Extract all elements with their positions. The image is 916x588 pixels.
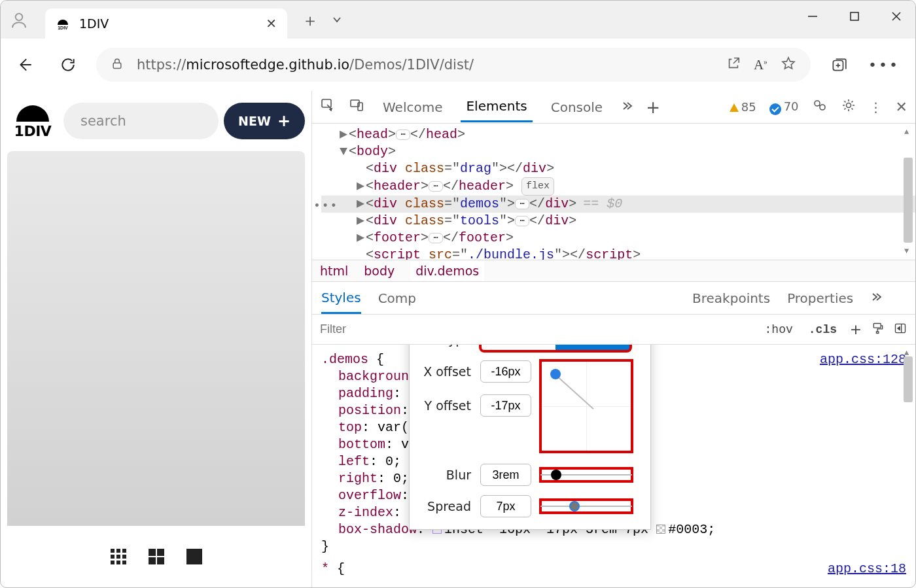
devtools-close-icon[interactable]: ✕ — [896, 99, 907, 115]
outset-option[interactable]: Outset — [481, 345, 555, 351]
subtab-breakpoints[interactable]: Breakpoints — [692, 290, 770, 306]
new-button[interactable]: NEW + — [224, 103, 305, 139]
profile-button[interactable] — [5, 6, 33, 35]
cls-toggle[interactable]: .cls — [802, 320, 843, 339]
hov-toggle[interactable]: :hov — [758, 320, 800, 339]
sidepanel-icon[interactable] — [890, 322, 910, 337]
window-close-icon[interactable] — [889, 10, 904, 26]
svg-point-27 — [846, 103, 851, 108]
svg-text:1DIV: 1DIV — [58, 26, 68, 30]
back-button[interactable] — [10, 50, 40, 80]
svg-rect-12 — [116, 555, 120, 559]
svg-rect-21 — [186, 549, 202, 564]
lock-icon — [111, 57, 124, 73]
svg-rect-28 — [873, 323, 881, 328]
svg-rect-6 — [113, 63, 121, 68]
spread-slider[interactable] — [540, 500, 632, 513]
svg-rect-3 — [851, 12, 858, 20]
favorite-icon[interactable] — [781, 56, 796, 75]
x-offset-input[interactable] — [480, 360, 531, 383]
favicon: 1DIV — [56, 16, 70, 31]
device-toggle-icon[interactable] — [349, 97, 364, 116]
blur-slider[interactable] — [540, 468, 632, 481]
svg-rect-20 — [157, 557, 164, 564]
svg-rect-16 — [122, 561, 126, 564]
dom-tree[interactable]: ▶<head>⋯</head> ▼<body> <div class="drag… — [312, 124, 915, 260]
grid-large-icon[interactable] — [147, 547, 166, 566]
devtools-tabs: Welcome Elements Console + 85 70 ⋮ ✕ — [312, 91, 915, 124]
svg-rect-15 — [116, 561, 120, 564]
svg-rect-19 — [149, 557, 156, 564]
svg-rect-11 — [111, 555, 114, 559]
inset-option[interactable]: Inset — [555, 345, 630, 351]
svg-rect-8 — [111, 549, 114, 553]
svg-rect-10 — [122, 549, 126, 553]
styles-filter-input[interactable] — [317, 320, 511, 339]
browser-toolbar: https://microsoftedge.github.io/Demos/1D… — [1, 39, 915, 91]
tabstrip: 1DIV 1DIV ✕ ＋ — [1, 1, 915, 39]
devtools-panel: Welcome Elements Console + 85 70 ⋮ ✕ — [311, 91, 915, 587]
svg-rect-9 — [116, 549, 120, 553]
tab-console[interactable]: Console — [546, 93, 608, 122]
svg-point-26 — [820, 105, 825, 110]
svg-rect-14 — [111, 561, 114, 564]
address-bar[interactable]: https://microsoftedge.github.io/Demos/1D… — [96, 48, 811, 82]
demo-canvas[interactable] — [7, 151, 305, 526]
browser-tab[interactable]: 1DIV 1DIV ✕ — [45, 9, 287, 39]
more-icon[interactable]: ••• — [868, 57, 900, 73]
info-count[interactable]: 70 — [769, 99, 799, 115]
source-link-2[interactable]: app.css:18 — [828, 561, 906, 578]
add-tab-icon[interactable]: + — [646, 97, 660, 117]
svg-point-25 — [815, 101, 820, 106]
settings-icon[interactable] — [841, 97, 856, 116]
warning-count[interactable]: 85 — [730, 100, 756, 114]
box-shadow-editor: Type Outset Inset X offset — [409, 345, 651, 530]
subtab-styles[interactable]: Styles — [321, 290, 361, 314]
spread-input[interactable] — [480, 495, 531, 517]
tab-overflow-icon[interactable] — [332, 14, 342, 27]
more-subtabs-icon[interactable] — [870, 290, 882, 306]
view-switcher — [7, 534, 305, 579]
url-text: https://microsoftedge.github.io/Demos/1D… — [137, 57, 713, 73]
svg-rect-29 — [877, 332, 879, 334]
search-input[interactable]: search — [63, 103, 219, 139]
subtab-computed[interactable]: Comp — [378, 290, 416, 306]
tab-elements[interactable]: Elements — [461, 92, 532, 122]
open-external-icon[interactable] — [726, 56, 741, 74]
window-maximize-icon[interactable] — [847, 10, 862, 26]
app-logo: 1DIV — [7, 99, 58, 143]
svg-rect-17 — [149, 549, 156, 556]
single-view-icon[interactable] — [185, 547, 203, 566]
svg-rect-18 — [157, 549, 164, 556]
page-content: 1DIV search NEW + — [1, 91, 311, 587]
source-link[interactable]: app.css:128 — [820, 351, 906, 368]
collections-icon[interactable] — [830, 56, 847, 73]
blur-input[interactable] — [480, 464, 531, 486]
styles-toolbar: :hov .cls + — [312, 315, 915, 345]
window-minimize-icon[interactable] — [805, 10, 820, 26]
svg-rect-13 — [122, 555, 126, 559]
more-tabs-icon[interactable] — [621, 99, 633, 115]
subtab-properties[interactable]: Properties — [787, 290, 853, 306]
y-offset-input[interactable] — [480, 394, 531, 417]
tab-welcome[interactable]: Welcome — [378, 93, 448, 122]
plus-icon: + — [277, 112, 291, 130]
reload-button[interactable] — [53, 50, 83, 80]
kebab-icon[interactable]: ⋮ — [870, 99, 883, 115]
tab-title: 1DIV — [79, 16, 256, 31]
issues-icon[interactable] — [812, 97, 828, 116]
tab-close-icon[interactable]: ✕ — [266, 16, 277, 31]
read-aloud-icon[interactable]: A» — [754, 57, 767, 73]
svg-rect-22 — [322, 99, 331, 107]
new-rule-icon[interactable]: + — [846, 321, 866, 337]
svg-point-0 — [16, 14, 23, 21]
paint-icon[interactable] — [868, 322, 888, 337]
dom-breadcrumbs[interactable]: html body div.demos — [312, 260, 915, 282]
xy-offset-pad[interactable] — [540, 360, 632, 452]
inspect-icon[interactable] — [320, 97, 336, 116]
grid-small-icon[interactable] — [109, 547, 128, 566]
styles-rules[interactable]: app.css:128 .demos { background: padding… — [312, 345, 915, 587]
styles-subtabs: Styles Comp Breakpoints Properties — [312, 282, 915, 315]
shadow-type-toggle[interactable]: Outset Inset — [480, 345, 631, 351]
new-tab-icon[interactable]: ＋ — [302, 9, 319, 32]
